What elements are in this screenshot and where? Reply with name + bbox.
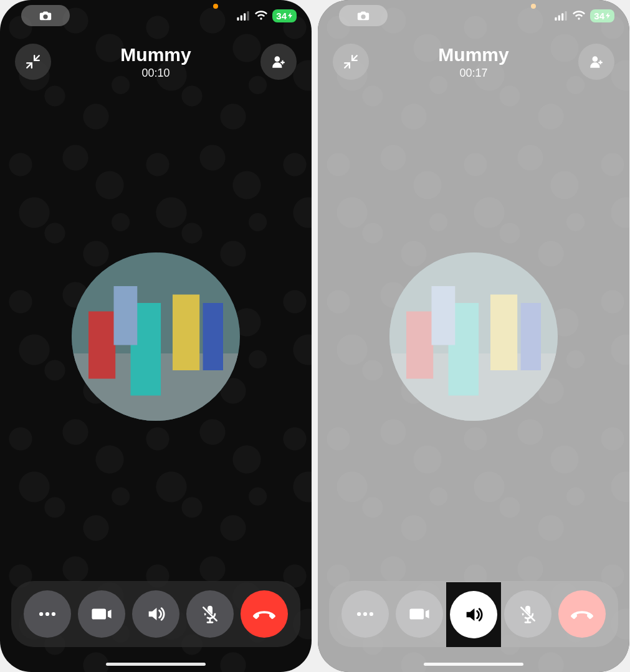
svg-rect-16 [114, 286, 138, 345]
battery-badge: 34 [590, 9, 614, 22]
video-icon [409, 603, 430, 625]
video-toggle-button[interactable] [396, 590, 443, 638]
screenshot-left: 34 Mummy 00:10 [0, 0, 312, 672]
cellular-icon [236, 11, 250, 21]
dynamic-island-camera-pill[interactable] [21, 5, 70, 26]
svg-rect-21 [406, 312, 433, 379]
status-bar: 34 [0, 0, 312, 31]
wifi-icon [255, 9, 267, 22]
svg-rect-24 [432, 286, 456, 345]
camera-icon [356, 9, 370, 22]
mic-indicator-dot [213, 4, 218, 9]
home-indicator[interactable] [106, 663, 206, 666]
mic-off-icon [518, 604, 538, 624]
contact-name: Mummy [120, 44, 191, 65]
more-options-button[interactable] [24, 590, 71, 638]
charging-bolt-icon [287, 12, 294, 19]
more-options-button[interactable] [341, 590, 389, 638]
minimize-icon [25, 54, 41, 70]
status-bar: 34 [318, 0, 629, 31]
contact-avatar [389, 252, 558, 421]
speaker-toggle-button[interactable] [132, 590, 179, 638]
contact-avatar [72, 252, 240, 421]
more-icon [355, 603, 376, 625]
speaker-icon [145, 603, 166, 625]
mute-toggle-button[interactable] [186, 590, 234, 638]
call-header: Mummy 00:10 [0, 44, 312, 80]
battery-percent: 34 [276, 11, 287, 21]
wifi-icon [573, 9, 585, 22]
contact-name: Mummy [438, 44, 508, 65]
svg-rect-22 [490, 295, 517, 371]
call-header: Mummy 00:17 [318, 44, 629, 80]
more-icon [37, 603, 58, 625]
dynamic-island-camera-pill[interactable] [339, 5, 388, 26]
add-participant-button[interactable] [260, 44, 297, 80]
minimize-button[interactable] [333, 44, 369, 80]
mic-off-icon [200, 604, 220, 624]
speaker-icon [463, 604, 484, 625]
svg-rect-14 [173, 295, 199, 371]
cellular-icon [554, 11, 568, 21]
camera-icon [39, 9, 52, 22]
minimize-button[interactable] [15, 44, 51, 80]
end-call-button[interactable] [558, 590, 606, 638]
svg-rect-13 [88, 312, 115, 379]
call-timer: 00:10 [120, 67, 191, 80]
svg-rect-15 [203, 303, 223, 370]
battery-badge: 34 [272, 9, 297, 22]
end-call-button[interactable] [241, 590, 288, 638]
speaker-toggle-button-active[interactable] [450, 591, 497, 638]
add-participant-button[interactable] [578, 44, 614, 80]
video-toggle-button[interactable] [78, 590, 125, 638]
call-timer: 00:17 [438, 67, 508, 80]
minimize-icon [343, 54, 359, 70]
screenshot-right: 34 Mummy 00:17 [318, 0, 629, 672]
svg-rect-23 [521, 303, 541, 370]
call-controls-tray [11, 581, 300, 647]
video-icon [91, 603, 112, 625]
home-indicator[interactable] [424, 663, 523, 666]
add-person-icon [270, 54, 287, 70]
mute-toggle-button[interactable] [504, 590, 551, 638]
charging-bolt-icon [604, 12, 612, 19]
end-call-icon [252, 602, 276, 626]
add-person-icon [588, 54, 604, 70]
mic-indicator-dot [531, 4, 536, 9]
end-call-icon [570, 602, 594, 626]
battery-percent: 34 [594, 11, 604, 21]
speaker-button-highlight [446, 582, 501, 647]
